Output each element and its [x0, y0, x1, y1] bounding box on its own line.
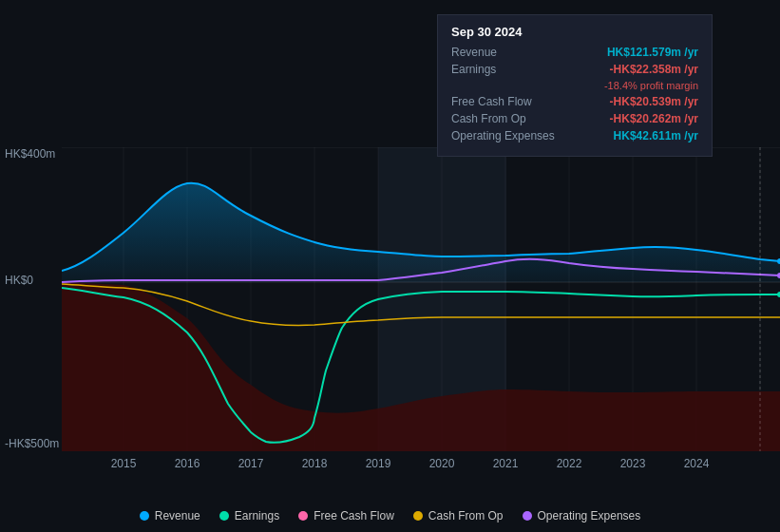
y-label-neg500m: -HK$500m [5, 437, 59, 450]
chart-container: Sep 30 2024 Revenue HK$121.579m /yr Earn… [0, 0, 780, 532]
legend-item-cashfromop[interactable]: Cash From Op [413, 509, 504, 522]
tooltip-row-cashfromop: Cash From Op -HK$20.262m /yr [451, 112, 698, 125]
x-label-2022: 2022 [557, 457, 582, 470]
legend-label-cashfromop: Cash From Op [428, 509, 504, 522]
tooltip-label-opex: Operating Expenses [451, 129, 565, 142]
legend-label-revenue: Revenue [155, 509, 200, 522]
tooltip-label-earnings: Earnings [451, 63, 565, 76]
x-label-2017: 2017 [238, 457, 264, 470]
x-label-2024: 2024 [684, 457, 710, 470]
legend-dot-earnings [219, 511, 229, 521]
legend-label-fcf: Free Cash Flow [314, 509, 394, 522]
legend-item-opex[interactable]: Operating Expenses [523, 509, 641, 522]
tooltip-value-opex: HK$42.611m /yr [614, 129, 698, 142]
tooltip-label-cashfromop: Cash From Op [451, 112, 565, 125]
legend-dot-fcf [298, 511, 308, 521]
tooltip-row-fcf: Free Cash Flow -HK$20.539m /yr [451, 95, 698, 108]
x-label-2020: 2020 [429, 457, 455, 470]
tooltip-value-earnings: -HK$22.358m /yr [610, 63, 698, 76]
legend-item-revenue[interactable]: Revenue [140, 509, 200, 522]
tooltip-profit-margin-row: -18.4% profit margin [451, 80, 698, 91]
tooltip-value-fcf: -HK$20.539m /yr [610, 95, 698, 108]
legend-item-earnings[interactable]: Earnings [219, 509, 279, 522]
tooltip-label-revenue: Revenue [451, 46, 565, 59]
legend-item-fcf[interactable]: Free Cash Flow [298, 509, 394, 522]
tooltip-date: Sep 30 2024 [451, 25, 698, 39]
tooltip-value-cashfromop: -HK$20.262m /yr [610, 112, 698, 125]
y-label-400m: HK$400m [5, 147, 55, 161]
x-label-2023: 2023 [620, 457, 646, 470]
tooltip-value-revenue: HK$121.579m /yr [607, 46, 698, 59]
chart-svg [62, 147, 780, 451]
tooltip-box: Sep 30 2024 Revenue HK$121.579m /yr Earn… [437, 14, 713, 157]
legend-dot-revenue [140, 511, 149, 521]
legend-label-opex: Operating Expenses [538, 509, 641, 522]
tooltip-label-fcf: Free Cash Flow [451, 95, 565, 108]
tooltip-row-revenue: Revenue HK$121.579m /yr [451, 46, 698, 59]
tooltip-profit-margin: -18.4% profit margin [604, 80, 698, 91]
x-label-2019: 2019 [366, 457, 391, 470]
legend-dot-cashfromop [413, 511, 423, 521]
y-label-0: HK$0 [5, 274, 33, 287]
x-label-2016: 2016 [175, 457, 200, 470]
legend-label-earnings: Earnings [235, 509, 279, 522]
x-label-2015: 2015 [111, 457, 137, 470]
tooltip-row-earnings: Earnings -HK$22.358m /yr [451, 63, 698, 76]
tooltip-row-opex: Operating Expenses HK$42.611m /yr [451, 129, 698, 142]
chart-legend: Revenue Earnings Free Cash Flow Cash Fro… [0, 509, 780, 522]
legend-dot-opex [523, 511, 532, 521]
x-label-2021: 2021 [493, 457, 519, 470]
x-label-2018: 2018 [302, 457, 328, 470]
